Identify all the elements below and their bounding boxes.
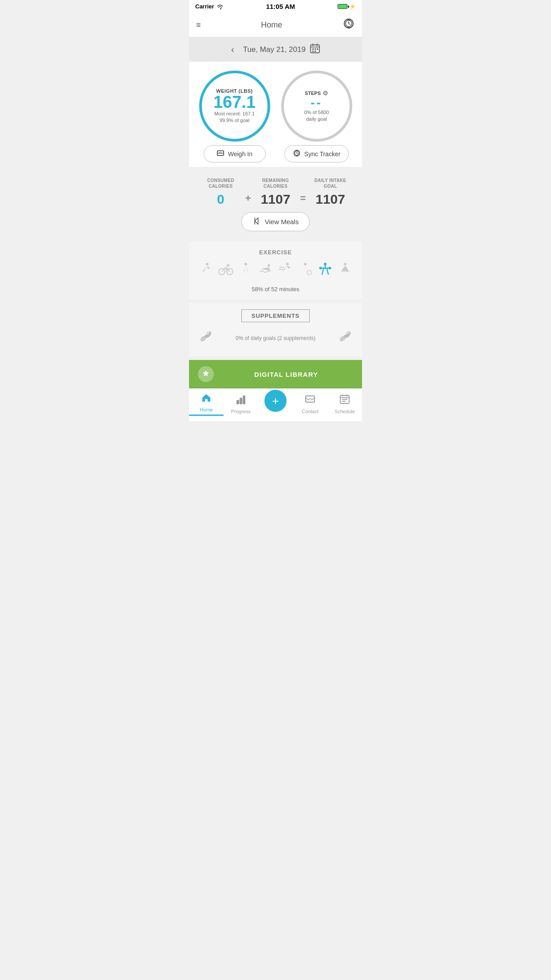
supplements-title: SUPPLEMENTS [241, 309, 310, 322]
home-nav-label: Home [200, 407, 213, 412]
svg-line-21 [297, 153, 298, 154]
svg-line-3 [349, 24, 350, 24]
status-time: 11:05 AM [266, 3, 295, 10]
soccer-exercise-icon[interactable] [298, 262, 313, 281]
remaining-label: REMAININGCALORIES [262, 178, 289, 189]
progress-nav-label: Progress [231, 409, 251, 414]
svg-point-36 [307, 270, 311, 275]
calendar-icon[interactable] [310, 43, 320, 55]
svg-rect-17 [219, 152, 221, 154]
pill-left-icon [198, 328, 214, 348]
steps-goal-text: 0% of 5800 [304, 109, 329, 116]
charging-icon: ⚡ [349, 4, 356, 10]
date-label: Tue, May 21, 2019 [243, 45, 306, 54]
svg-rect-53 [237, 400, 239, 404]
calories-section: CONSUMEDCALORIES 0 + REMAININGCALORIES 1… [189, 170, 362, 238]
svg-line-44 [322, 269, 323, 274]
weight-ring: WEIGHT (LBS) 167.1 Most recent: 167.1 99… [199, 71, 270, 142]
weight-goal-percent: 99.9% of goal [220, 117, 249, 124]
daily-goal-label: DAILY INTAKEGOAL [315, 178, 346, 189]
nav-schedule[interactable]: Schedule [327, 394, 362, 414]
weightlifting-exercise-icon[interactable] [318, 262, 333, 281]
page-title: Home [261, 20, 282, 30]
steps-ring: STEPS ⚙ -- 0% of 5800 daily goal [281, 71, 352, 142]
svg-point-34 [286, 263, 289, 265]
svg-rect-55 [243, 396, 245, 404]
steps-gear-icon[interactable]: ⚙ [323, 90, 328, 97]
contact-nav-label: Contact [302, 409, 319, 414]
schedule-nav-label: Schedule [335, 409, 355, 414]
daily-goal-value: 1107 [315, 192, 345, 207]
svg-rect-10 [312, 48, 314, 50]
weigh-in-button[interactable]: Weigh In [204, 145, 266, 162]
nav-contact[interactable]: Contact [293, 394, 327, 414]
svg-rect-22 [296, 150, 298, 151]
svg-rect-5 [347, 27, 350, 28]
svg-rect-12 [317, 48, 318, 50]
svg-point-46 [344, 263, 346, 265]
running-exercise-icon[interactable] [198, 262, 213, 281]
home-nav-icon [201, 392, 212, 406]
date-bar: ‹ Tue, May 21, 2019 [189, 37, 362, 62]
steps-value: -- [311, 97, 323, 109]
svg-rect-43 [330, 268, 331, 269]
pill-right-icon [337, 328, 353, 348]
contact-nav-icon [305, 394, 315, 407]
weight-value: 167.1 [213, 94, 256, 111]
add-button[interactable]: + [264, 390, 287, 412]
svg-rect-54 [240, 398, 242, 404]
svg-line-45 [327, 269, 328, 274]
carrier-label: Carrier [195, 3, 214, 10]
view-meals-button[interactable]: View Meals [241, 212, 310, 231]
battery-icon [338, 4, 347, 9]
swimming-exercise-icon[interactable] [258, 262, 273, 281]
svg-line-27 [255, 221, 258, 224]
remaining-value: 1107 [261, 192, 291, 207]
exercise-title: EXERCISE [196, 249, 355, 256]
status-bar: Carrier 11:05 AM ⚡ [189, 0, 362, 13]
digital-library-label: DIGITAL LIBRARY [219, 371, 353, 378]
trophy-icon [198, 366, 214, 382]
watch-icon[interactable] [342, 17, 355, 32]
plus-operator: + [245, 193, 251, 204]
steps-goal-sub: daily goal [306, 116, 327, 122]
digital-library-button[interactable]: DIGITAL LIBRARY [189, 360, 362, 388]
svg-point-31 [227, 264, 229, 267]
exercise-icons-row [196, 262, 355, 281]
daily-goal-col: DAILY INTAKEGOAL 1107 [306, 178, 355, 207]
home-active-indicator [189, 415, 224, 416]
nav-progress[interactable]: Progress [224, 394, 258, 414]
scale-icon [216, 149, 224, 158]
steps-widget: STEPS ⚙ -- 0% of 5800 daily goal Sync Tr… [281, 71, 352, 162]
weigh-in-label: Weigh In [228, 150, 252, 158]
equals-operator: = [300, 193, 306, 204]
utensils-icon [252, 217, 260, 226]
sync-watch-icon [293, 149, 301, 158]
nav-header: ≡ Home [189, 13, 362, 37]
cycling-exercise-icon[interactable] [218, 262, 233, 281]
svg-point-33 [268, 264, 270, 267]
wifi-icon [216, 4, 224, 9]
svg-rect-14 [315, 51, 316, 52]
svg-rect-13 [312, 51, 314, 52]
svg-rect-11 [315, 48, 316, 50]
svg-line-26 [255, 218, 258, 221]
plus-icon: + [272, 395, 279, 407]
svg-point-37 [324, 263, 327, 265]
sync-tracker-label: Sync Tracker [304, 150, 341, 158]
nav-home[interactable]: Home [189, 392, 224, 416]
walking-exercise-icon[interactable] [238, 262, 253, 281]
menu-button[interactable]: ≡ [196, 20, 201, 30]
svg-rect-4 [347, 19, 350, 20]
sync-tracker-button[interactable]: Sync Tracker [284, 145, 349, 162]
svg-point-28 [206, 263, 209, 265]
steps-label: STEPS [305, 91, 321, 96]
sprinting-exercise-icon[interactable] [278, 262, 293, 281]
svg-rect-42 [319, 268, 320, 269]
nav-add[interactable]: + [258, 396, 293, 412]
date-back-button[interactable]: ‹ [231, 44, 234, 55]
svg-point-32 [244, 263, 247, 265]
meditation-exercise-icon[interactable] [338, 262, 353, 281]
status-right: ⚡ [338, 4, 356, 10]
bottom-nav: Home Progress + Contact [189, 388, 362, 421]
